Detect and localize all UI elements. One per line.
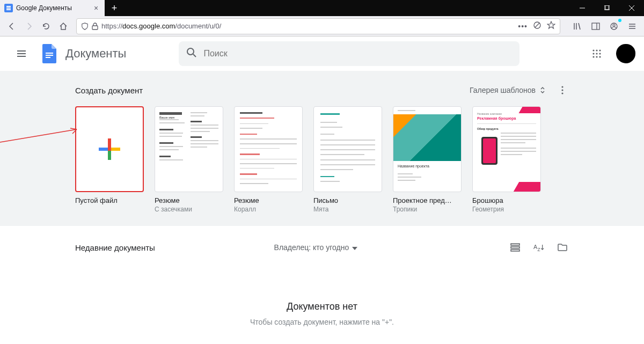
template-sub: Тропики (393, 206, 462, 213)
svg-line-25 (193, 54, 196, 57)
svg-point-32 (592, 56, 594, 57)
thumb-brochure-sub: Обзор продукта (477, 127, 536, 130)
template-sub: Мята (313, 206, 382, 213)
new-tab-button[interactable]: + (107, 1, 122, 16)
svg-line-35 (0, 129, 77, 145)
reader-mode-icon[interactable] (533, 21, 541, 32)
thumb-project-title: Название проекта (398, 164, 457, 168)
template-name: Резюме (155, 196, 223, 204)
template-letter-mint[interactable]: Письмо Мята (313, 106, 382, 213)
templates-title: Создать документ (75, 86, 143, 95)
empty-subtitle: Чтобы создать документ, нажмите на "+". (75, 318, 569, 326)
account-icon[interactable] (606, 19, 621, 34)
home-button[interactable] (56, 19, 71, 34)
svg-line-10 (579, 23, 580, 30)
svg-rect-5 (92, 26, 98, 30)
menu-icon[interactable] (625, 19, 640, 34)
template-resume-coral[interactable]: Резюме Коралл (234, 106, 303, 213)
template-name: Резюме (234, 196, 303, 204)
template-thumb (313, 106, 382, 192)
template-name: Брошюра (472, 196, 541, 204)
account-avatar[interactable] (616, 44, 635, 63)
plus-icon (99, 138, 120, 160)
search-input[interactable] (203, 49, 512, 58)
open-file-picker-button[interactable] (556, 241, 569, 254)
app-title: Документы (65, 47, 126, 61)
forward-button[interactable] (21, 19, 36, 34)
list-view-button[interactable] (509, 241, 522, 254)
svg-rect-23 (46, 57, 50, 58)
template-sub: Коралл (234, 206, 303, 213)
dropdown-icon (352, 243, 357, 252)
more-options-button[interactable] (556, 84, 569, 97)
browser-titlebar: Google Документы × + (0, 0, 644, 16)
sort-button[interactable]: AZ (532, 241, 545, 254)
svg-point-28 (599, 49, 601, 51)
template-thumb-blank (75, 106, 144, 192)
svg-point-27 (596, 49, 597, 51)
tab-favicon-icon (4, 4, 13, 12)
reload-button[interactable] (39, 19, 54, 34)
empty-state: Документов нет Чтобы создать документ, н… (75, 274, 569, 344)
svg-point-24 (187, 48, 194, 55)
library-icon[interactable] (570, 19, 585, 34)
tab-close-icon[interactable]: × (92, 4, 100, 12)
docs-logo-icon[interactable] (39, 43, 60, 64)
thumb-heading: Ваше имя (159, 112, 182, 115)
page-actions-icon[interactable]: ••• (518, 22, 528, 31)
template-blank[interactable]: Пустой файл (75, 106, 144, 213)
svg-rect-39 (511, 244, 519, 245)
template-resume-serif[interactable]: Ваше имя Резюме С за (155, 106, 223, 213)
minimize-button[interactable] (570, 0, 595, 16)
template-sub: С засечками (155, 206, 223, 213)
unfold-icon (540, 86, 545, 94)
owner-filter-dropdown[interactable]: Владелец: кто угодно (274, 243, 358, 252)
browser-tab[interactable]: Google Документы × (0, 0, 105, 16)
svg-rect-40 (511, 247, 519, 248)
url-text: https://docs.google.com/document/u/0/ (101, 22, 515, 30)
google-apps-button[interactable] (586, 43, 608, 64)
back-button[interactable] (4, 19, 19, 34)
svg-rect-21 (46, 53, 53, 54)
shield-icon (81, 23, 89, 30)
search-bar[interactable] (179, 41, 519, 66)
template-thumb: Название проекта (393, 106, 462, 192)
svg-rect-41 (511, 250, 519, 251)
annotation-arrow-icon (0, 125, 83, 147)
svg-point-14 (613, 24, 615, 26)
window-controls (570, 0, 644, 16)
bookmark-star-icon[interactable] (547, 21, 555, 32)
app-header: Документы (0, 36, 644, 71)
svg-point-26 (592, 49, 594, 51)
main-menu-button[interactable] (9, 41, 34, 67)
template-thumb: Название компании Рекламная брошюра Обзо… (472, 106, 541, 192)
search-icon (186, 47, 197, 60)
svg-point-37 (561, 89, 563, 91)
svg-point-34 (599, 56, 601, 57)
maximize-button[interactable] (595, 0, 619, 16)
template-project-proposal[interactable]: Название проекта Проектное пред… Тропики (393, 106, 462, 213)
template-thumb (234, 106, 303, 192)
svg-point-38 (561, 92, 563, 94)
svg-line-7 (535, 23, 539, 27)
sidebar-icon[interactable] (588, 19, 603, 34)
svg-point-36 (561, 86, 563, 87)
svg-rect-11 (592, 23, 599, 30)
empty-title: Документов нет (75, 301, 569, 312)
svg-text:Z: Z (538, 247, 540, 252)
template-gallery-button[interactable]: Галерея шаблонов (470, 86, 545, 94)
tab-title: Google Документы (16, 4, 89, 12)
close-window-button[interactable] (619, 0, 644, 16)
svg-rect-2 (605, 5, 610, 10)
thumb-brochure-title: Рекламная брошюра (477, 116, 536, 120)
svg-point-30 (596, 53, 597, 54)
template-name: Проектное пред… (393, 196, 462, 204)
svg-rect-1 (604, 5, 609, 10)
lock-icon (92, 23, 98, 30)
template-brochure[interactable]: Название компании Рекламная брошюра Обзо… (472, 106, 541, 213)
template-name: Пустой файл (75, 196, 144, 204)
address-bar[interactable]: https://docs.google.com/document/u/0/ ••… (76, 18, 560, 34)
browser-toolbar: https://docs.google.com/document/u/0/ ••… (0, 16, 644, 36)
template-sub: Геометрия (472, 206, 541, 213)
svg-point-33 (596, 56, 597, 57)
